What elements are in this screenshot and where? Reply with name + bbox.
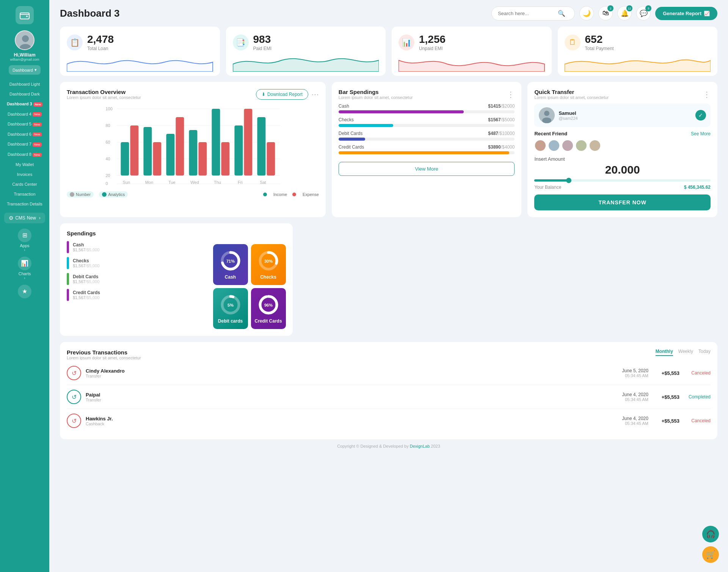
spending-credit: Credit Cards $1,567/$5,000 <box>67 289 209 301</box>
cart-fab[interactable]: 🛒 <box>702 546 719 563</box>
quick-transfer-title: Quick Transfer <box>534 89 609 95</box>
txn-time-2: 05:34:45 AM <box>622 397 648 402</box>
sidebar-item-transaction[interactable]: Transaction <box>0 189 49 199</box>
svg-text:Wed: Wed <box>190 180 199 185</box>
credit-donut-chart: 96% <box>257 293 280 316</box>
sidebar-item-dashboard-7[interactable]: Dashboard 7New <box>0 139 49 149</box>
stat-card-total-loan: 📋 2,478 Total Loan <box>60 27 220 76</box>
svg-rect-27 <box>189 130 197 176</box>
spendings-title: Spendings <box>67 230 286 237</box>
recent-friend-label: Recent Friend <box>534 131 567 136</box>
svg-text:30%: 30% <box>264 259 273 263</box>
main-content: Dashboard 3 🔍 🌙 🛍 2 🔔 12 💬 5 Generate Re… <box>49 0 728 572</box>
txn-time-3: 05:34:45 AM <box>622 421 648 426</box>
sidebar-charts[interactable]: 📊 Charts › <box>18 254 31 282</box>
sidebar-item-cards[interactable]: Cards Center <box>0 179 49 189</box>
messages-btn[interactable]: 💬 5 <box>636 6 651 20</box>
footer-brand-link[interactable]: DexignLab <box>410 444 430 448</box>
svg-text:Tue: Tue <box>168 180 176 185</box>
search-icon: 🔍 <box>558 10 565 17</box>
friend-avatar-1[interactable] <box>534 139 546 152</box>
notifications-btn[interactable]: 🔔 12 <box>617 6 632 20</box>
svg-rect-30 <box>257 117 265 176</box>
generate-report-button[interactable]: Generate Report 📈 <box>655 7 717 20</box>
tab-monthly[interactable]: Monthly <box>656 349 673 356</box>
download-report-button[interactable]: ⬇ Download Report <box>256 89 308 100</box>
insert-amount-label: Insert Amount <box>534 156 711 162</box>
txn-date-2: June 4, 2020 <box>622 392 648 397</box>
credit-fill <box>339 151 510 154</box>
svg-rect-32 <box>153 142 161 176</box>
spending-checks: Checks $1,567/$5,000 <box>67 257 209 269</box>
sidebar-item-wallet[interactable]: My Wallet <box>0 160 49 169</box>
transaction-row-1: ↺ Cindy Alexandro Transfer June 5, 2020 … <box>67 361 711 385</box>
chevron-down-icon: ▾ <box>35 67 37 72</box>
transaction-overview-title: Transaction Overview <box>67 89 141 95</box>
svg-point-1 <box>26 16 28 17</box>
stat-card-total-payment: 🗒 652 Total Payment <box>558 27 718 76</box>
search-input[interactable] <box>498 11 555 16</box>
cart-btn[interactable]: 🛍 2 <box>598 6 613 20</box>
see-more-link[interactable]: See More <box>691 131 711 136</box>
txn-icon-3: ↺ <box>67 414 81 428</box>
apps-icon: ⊞ <box>18 229 31 242</box>
sidebar-item-transaction-details[interactable]: Transaction Details <box>0 199 49 209</box>
svg-text:20: 20 <box>105 173 110 178</box>
selected-user-row: Samuel @sam224 ✓ <box>534 103 711 127</box>
sidebar-item-dashboard-4[interactable]: Dashboard 4New <box>0 109 49 119</box>
sidebar-item-dashboard-5[interactable]: Dashboard 5New <box>0 119 49 129</box>
donut-debit-label: Debit cards <box>218 318 243 324</box>
total-loan-label: Total Loan <box>87 46 114 51</box>
spending-debit: Debit Cards $1,567/$5,000 <box>67 273 209 285</box>
sidebar-item-dashboard-8[interactable]: Dashboard 8New <box>0 149 49 160</box>
friend-avatar-5[interactable] <box>589 139 601 152</box>
tab-weekly[interactable]: Weekly <box>678 349 693 356</box>
transfer-now-button[interactable]: TRANSFER NOW <box>534 194 711 210</box>
tab-today[interactable]: Today <box>698 349 711 356</box>
friend-avatar-3[interactable] <box>562 139 574 152</box>
sidebar-apps[interactable]: ⊞ Apps › <box>18 226 31 254</box>
dashboard-toggle[interactable]: Dashboard ▾ <box>9 65 41 75</box>
analytics-toggle[interactable]: Analytics <box>99 191 128 197</box>
quick-transfer-more-icon[interactable]: ⋮ <box>703 90 711 99</box>
cash-bar <box>67 241 69 253</box>
friend-avatar-4[interactable] <box>575 139 587 152</box>
generate-label: Generate Report <box>663 11 701 16</box>
debit-value: $487/$10000 <box>488 131 515 136</box>
paid-emi-label: Paid EMI <box>253 46 272 51</box>
sidebar-item-invoices[interactable]: Invoices <box>0 169 49 179</box>
more-options-icon[interactable]: ⋯ <box>311 90 319 99</box>
txn-amount-1: +$5,553 <box>653 370 679 376</box>
friend-avatar-2[interactable] <box>548 139 560 152</box>
sidebar: Hi,William william@gmail.com Dashboard ▾… <box>0 0 49 572</box>
bell-badge: 12 <box>626 5 632 11</box>
number-toggle[interactable]: Number <box>67 191 94 197</box>
sidebar-item-dashboard-dark[interactable]: Dashboard Dark <box>0 89 49 99</box>
new-badge-7: New <box>33 143 42 147</box>
sidebar-item-dashboard-3[interactable]: Dashboard 3New <box>0 99 49 109</box>
svg-rect-29 <box>234 125 243 176</box>
support-fab[interactable]: 🎧 <box>702 526 719 542</box>
cms-label: CMS <box>15 215 25 221</box>
cms-menu-item[interactable]: ⚙ CMS New › <box>4 213 45 223</box>
amount-slider[interactable] <box>534 179 711 182</box>
svg-rect-0 <box>20 13 29 19</box>
cash-fill <box>339 110 464 113</box>
sidebar-item-dashboard-6[interactable]: Dashboard 6New <box>0 129 49 139</box>
view-more-button[interactable]: View More <box>339 162 515 176</box>
svg-rect-25 <box>143 127 152 176</box>
spendings-more-icon[interactable]: ⋮ <box>507 90 515 99</box>
total-payment-icon: 🗒 <box>565 34 581 50</box>
slider-thumb[interactable] <box>566 178 571 183</box>
search-box: 🔍 <box>491 6 575 20</box>
credit-value: $3890/$4000 <box>488 144 515 150</box>
chart-legend: Number Analytics Income Expense <box>67 191 319 197</box>
theme-toggle-btn[interactable]: 🌙 <box>579 6 594 20</box>
dashboard-label: Dashboard <box>13 68 33 72</box>
expense-legend-dot <box>292 193 296 196</box>
sidebar-item-dashboard-light[interactable]: Dashboard Light <box>0 79 49 89</box>
svg-rect-31 <box>130 125 138 176</box>
sidebar-favorites[interactable]: ★ <box>18 282 31 302</box>
donut-grid: 71% Cash 30% Checks <box>213 244 286 329</box>
checks-label: Checks <box>339 117 354 122</box>
